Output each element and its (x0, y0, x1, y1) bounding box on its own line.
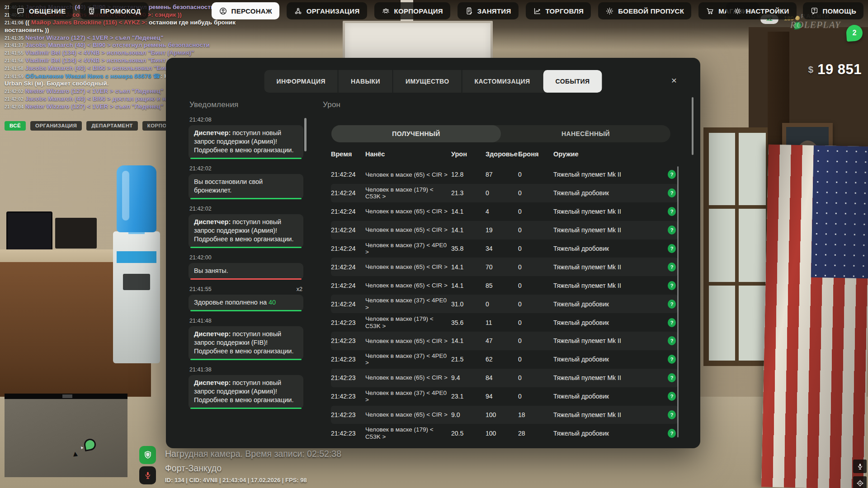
info-badge[interactable]: ? (668, 170, 676, 179)
nav-item-chat[interactable]: ОБЩЕНИЕ (9, 2, 73, 19)
info-badge[interactable]: ? (668, 244, 676, 253)
cell-damage: 21.3 (451, 189, 486, 197)
nav-item-trade[interactable]: ТОРГОВЛЯ (526, 2, 591, 19)
cell-damage: 35.6 (451, 319, 486, 326)
notification-timestamp: 21:42:02 (189, 165, 212, 172)
nav-item-organization[interactable]: ОРГАНИЗАЦИЯ (287, 2, 367, 19)
nav-item-promo[interactable]: ПРОМОКОД (80, 2, 148, 19)
info-badge[interactable]: ? (668, 318, 676, 327)
notification-card[interactable]: Вы заняты. (189, 263, 303, 280)
cell-time: 21:42:24 (331, 263, 365, 271)
notification-card[interactable]: Диспетчер: поступил новый запрос поддерж… (189, 326, 303, 360)
cell-attacker: Человек в маске (37) < 4PE0 > (365, 389, 449, 404)
nav-item-character[interactable]: ПЕРСОНАЖ (212, 2, 279, 19)
notification-item: 21:42:08Диспетчер: поступил новый запрос… (189, 117, 303, 159)
cell-time: 21:42:23 (331, 337, 365, 344)
notification-time-row: 21:41:38 (189, 366, 302, 373)
nav-item-organization-label: ОРГАНИЗАЦИЯ (307, 7, 360, 15)
notification-card[interactable]: Диспетчер: поступил новый запрос поддерж… (189, 375, 303, 409)
cell-attacker: Человек в маске (37) < 4PE0 > (365, 297, 449, 311)
chat-text: Nestor Wizzaro (127) < 1VER > съел "Леде… (25, 34, 164, 41)
damage-column-header: Время (331, 150, 365, 158)
nav-item-settings[interactable]: НАСТРОЙКИ (726, 2, 797, 19)
modal-scrollbar[interactable] (692, 97, 693, 155)
nav-item-battle-pass[interactable]: БОЕВОЙ ПРОПУСК (598, 2, 691, 19)
cell-armor: 28 (518, 430, 553, 437)
modal-tab-bar: ИНФОРМАЦИЯНАВЫКИИМУЩЕСТВОКАСТОМИЗАЦИЯСОБ… (264, 70, 602, 93)
tab-information[interactable]: ИНФОРМАЦИЯ (264, 70, 338, 93)
info-badge[interactable]: ? (668, 392, 676, 401)
damage-column-header: Нанёс (365, 150, 451, 158)
tab-property[interactable]: ИМУЩЕСТВО (392, 70, 462, 93)
cell-damage: 9.4 (451, 374, 486, 381)
cell-health: 0 (486, 300, 518, 308)
info-badge[interactable]: ? (668, 429, 676, 438)
cell-time: 21:42:24 (331, 282, 365, 289)
cell-info: ? (659, 207, 678, 216)
cell-armor: 0 (518, 189, 553, 197)
chat-bubble-icon (16, 7, 25, 15)
armor-indicator-button[interactable] (139, 446, 156, 464)
info-badge[interactable]: ? (668, 263, 676, 272)
info-badge[interactable]: ? (668, 225, 676, 235)
info-badge[interactable]: ? (668, 300, 676, 309)
cell-health: 100 (486, 411, 518, 418)
info-badge[interactable]: ? (668, 355, 676, 364)
cell-time: 21:42:24 (331, 171, 365, 178)
tab-skills[interactable]: НАВЫКИ (338, 70, 392, 93)
notification-card[interactable]: Здоровье пополнено на 40 (189, 295, 303, 311)
notification-text: Здоровье пополнено на (194, 299, 269, 306)
damage-tab-dealt[interactable]: НАНЕСЁННЫЙ (501, 125, 670, 142)
cell-attacker: Человек в маске (65) < CIR > (365, 282, 449, 289)
info-badge[interactable]: ? (668, 188, 676, 197)
notifications-scrollbar[interactable] (304, 118, 307, 151)
damage-title: Урон (323, 100, 340, 109)
voice-muted-button[interactable] (139, 466, 156, 484)
player-stats-text: ID: 134 | CID: 4VN8 | 21:43:04 | 17.02.2… (165, 477, 307, 483)
cell-weapon: Тяжелый дробовик (553, 430, 659, 437)
close-icon[interactable]: × (668, 74, 680, 87)
tab-events[interactable]: СОБЫТИЯ (542, 70, 602, 93)
chat-filter-department[interactable]: ДЕПАРТАМЕНТ (86, 121, 138, 131)
cell-info: ? (659, 281, 678, 290)
cell-health: 47 (486, 337, 518, 344)
info-badge[interactable]: ? (668, 207, 676, 216)
battle-pass-icon (605, 7, 614, 15)
damage-table-row: 21:42:24Человек в маске (65) < CIR >14.1… (331, 258, 678, 276)
cell-info: ? (659, 263, 678, 272)
damage-table-row: 21:42:23Человек в маске (65) < CIR >9.48… (331, 369, 678, 387)
cell-armor: 0 (518, 374, 553, 381)
cell-info: ? (659, 244, 678, 253)
notification-item: 21:42:02Вы восстановили свой бронежилет. (189, 165, 303, 199)
chat-filter-organization[interactable]: ОРГАНИЗАЦИЯ (30, 121, 82, 131)
cell-damage: 9.0 (451, 411, 486, 418)
damage-table-scrollbar[interactable] (677, 166, 679, 437)
info-badge[interactable]: ? (668, 410, 676, 419)
money-amount: 19 851 (817, 61, 862, 77)
nav-item-corporation-label: КОРПОРАЦИЯ (394, 7, 443, 15)
background-monitor (6, 211, 52, 253)
info-badge[interactable]: ? (668, 336, 676, 345)
cell-time: 21:42:23 (331, 374, 365, 381)
gps-indicator (853, 476, 867, 488)
notification-card[interactable]: Диспетчер: поступил новый запрос поддерж… (189, 214, 303, 248)
notification-card[interactable]: Вы восстановили свой бронежилет. (189, 174, 303, 199)
info-badge[interactable]: ? (668, 281, 676, 290)
nav-item-help[interactable]: ПОМОЩЬ (803, 2, 863, 19)
notification-card[interactable]: Диспетчер: поступил новый запрос поддерж… (189, 125, 303, 159)
nav-item-activities[interactable]: ЗАНЯТИЯ (458, 2, 519, 19)
damage-tab-received[interactable]: ПОЛУЧЕННЫЙ (331, 125, 501, 142)
nav-item-corporation[interactable]: КОРПОРАЦИЯ (374, 2, 450, 19)
notification-sender: Диспетчер: (194, 218, 231, 225)
tab-customization[interactable]: КАСТОМИЗАЦИЯ (462, 70, 542, 93)
nav-item-trade-label: ТОРГОВЛЯ (546, 7, 584, 15)
chat-filter-all[interactable]: ВСЁ (5, 121, 26, 131)
money-counter: $19 851 (808, 61, 862, 78)
damage-column-header-spacer (659, 150, 678, 158)
cell-damage: 35.8 (451, 245, 486, 252)
notification-item: 21:41:38Диспетчер: поступил новый запрос… (189, 366, 303, 409)
chat-text: Объявление Weazel News с номера 66676 ☎ (25, 73, 160, 80)
cell-weapon: Тяжелый дробовик (553, 356, 659, 363)
info-badge[interactable]: ? (668, 373, 676, 382)
cell-armor: 0 (518, 263, 553, 271)
